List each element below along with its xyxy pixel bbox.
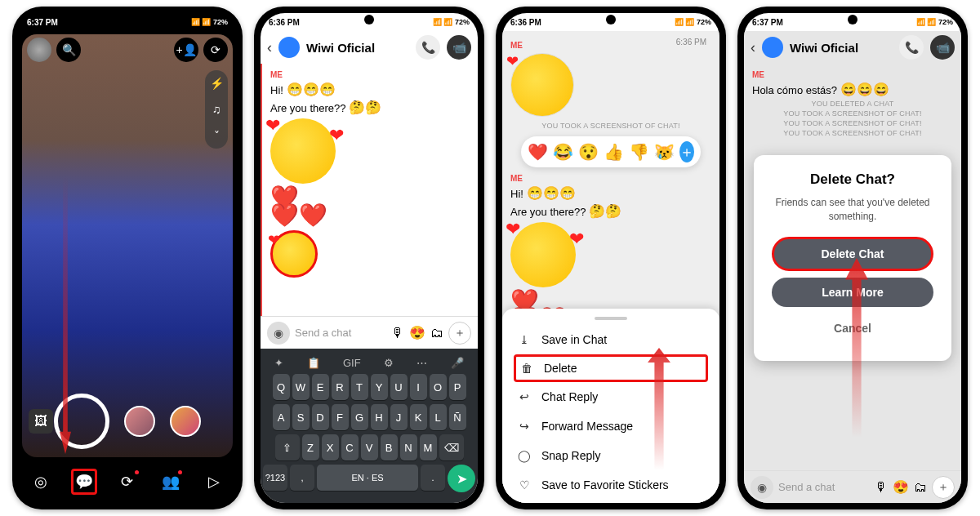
plus-icon[interactable]: ＋	[448, 322, 471, 345]
flash-icon[interactable]: ⚡	[205, 70, 228, 96]
message-1[interactable]: Hi! 😁😁😁	[510, 185, 711, 201]
nav-friends-icon[interactable]: 👥	[158, 469, 184, 495]
key-comma[interactable]: ,	[290, 465, 314, 491]
key-symbols[interactable]: ?123	[263, 465, 287, 491]
message-2[interactable]: Are you there?? 🤔🤔	[270, 100, 470, 115]
sticker-hearts[interactable]: ❤️❤️❤️	[270, 189, 470, 225]
key[interactable]: J	[390, 404, 408, 430]
menu-favorite[interactable]: ♡Save to Favorite Stickers	[514, 470, 708, 500]
key[interactable]: H	[371, 404, 388, 430]
notch	[606, 15, 616, 24]
key[interactable]: T	[351, 374, 368, 400]
lens-1[interactable]	[124, 406, 155, 437]
sticker-heart-eyes[interactable]	[270, 118, 336, 184]
selected-sticker[interactable]: ❤	[510, 53, 574, 117]
notch	[122, 15, 132, 24]
key-period[interactable]: .	[421, 465, 445, 491]
key[interactable]: W	[292, 374, 310, 400]
contact-name[interactable]: Wiwi Oficial	[306, 41, 409, 55]
notch	[848, 15, 858, 24]
key[interactable]: B	[381, 434, 398, 460]
reaction[interactable]: 😯	[578, 142, 599, 162]
nav-spotlight-icon[interactable]: ▷	[201, 469, 227, 495]
kb-tool[interactable]: 🎤	[451, 357, 464, 369]
reaction[interactable]: 😂	[553, 142, 573, 162]
key[interactable]: Q	[273, 374, 290, 400]
kb-tool[interactable]: GIF	[343, 357, 361, 369]
menu-snap-reply[interactable]: ◯Snap Reply	[514, 441, 708, 470]
key[interactable]: U	[390, 374, 408, 400]
emoji-icon[interactable]: 😍	[409, 325, 425, 340]
back-icon[interactable]: ‹	[267, 39, 272, 56]
call-icon[interactable]: 📞	[416, 35, 440, 60]
camera-icon[interactable]: ◉	[267, 322, 290, 345]
memories-button[interactable]: 🖼	[29, 409, 53, 434]
key[interactable]: C	[341, 434, 359, 460]
kb-tool[interactable]: ⚙	[384, 357, 394, 369]
reaction[interactable]: 👎	[629, 142, 649, 162]
search-button[interactable]: 🔍	[56, 38, 81, 62]
drag-handle[interactable]	[595, 317, 627, 320]
sender-label: ME	[510, 41, 574, 50]
kb-tool[interactable]: ⋯	[416, 357, 427, 369]
lens-2[interactable]	[170, 406, 201, 437]
profile-button[interactable]	[27, 38, 51, 62]
key[interactable]: R	[332, 374, 349, 400]
key[interactable]: E	[312, 374, 329, 400]
voice-icon[interactable]: 🎙	[391, 326, 404, 340]
avatar[interactable]	[278, 37, 300, 58]
key[interactable]: O	[430, 374, 447, 400]
status-icons: 📶 📶 72%	[191, 18, 228, 26]
key[interactable]: D	[312, 404, 329, 430]
key[interactable]: P	[449, 374, 466, 400]
add-friend-button[interactable]: +👤	[174, 38, 198, 62]
key-send[interactable]: ➤	[448, 465, 475, 492]
menu-forward[interactable]: ↪Forward Message	[514, 411, 708, 441]
key-backspace[interactable]: ⌫	[439, 434, 464, 460]
key[interactable]: V	[361, 434, 378, 460]
nav-chat-icon[interactable]: 💬	[71, 469, 97, 495]
key[interactable]: F	[332, 404, 349, 430]
message-1[interactable]: Hi! 😁😁😁	[270, 82, 470, 97]
key[interactable]: A	[273, 404, 290, 430]
menu-save[interactable]: ⤓Save in Chat	[514, 325, 708, 354]
nav-stories-icon[interactable]: ⟳	[114, 469, 140, 495]
video-icon[interactable]: 📹	[447, 35, 471, 60]
key-space[interactable]: EN · ES	[317, 465, 418, 491]
reaction[interactable]: ❤️	[528, 142, 548, 162]
keyboard-row-1: QWERTYUIOP	[263, 374, 475, 400]
menu-reply[interactable]: ↩Chat Reply	[514, 382, 708, 411]
key[interactable]: K	[410, 404, 427, 430]
sticker-icon[interactable]: 🗂	[430, 326, 443, 340]
key-shift[interactable]: ⇧	[275, 434, 300, 460]
camera-tools: ⚡ ♫ ˅	[205, 70, 228, 149]
screen-camera: 6:37 PM 📶 📶 72% 🔍 +👤 ⟳ ⚡ ♫ ˅ 🖼	[19, 13, 236, 503]
chat-input[interactable]: Send a chat	[295, 327, 386, 339]
key[interactable]: Z	[302, 434, 319, 460]
key[interactable]: X	[322, 434, 339, 460]
key[interactable]: L	[430, 404, 447, 430]
key[interactable]: Y	[371, 374, 388, 400]
key[interactable]: M	[420, 434, 437, 460]
phone-delete-dialog: 6:37 PM 📶 📶 72% ‹ Wiwi Oficial 📞 📹 ME Ho…	[737, 7, 968, 509]
kb-tool[interactable]: 📋	[307, 357, 320, 369]
key[interactable]: G	[351, 404, 368, 430]
reaction[interactable]: 👍	[604, 142, 624, 162]
message-2[interactable]: Are you there?? 🤔🤔	[510, 203, 711, 219]
reaction-add[interactable]: ＋	[679, 141, 694, 162]
key[interactable]: Ñ	[449, 404, 466, 430]
reaction[interactable]: 😿	[654, 142, 675, 162]
more-tools-icon[interactable]: ˅	[205, 122, 228, 149]
key[interactable]: N	[400, 434, 417, 460]
key[interactable]: S	[292, 404, 310, 430]
kb-tool[interactable]: ✦	[274, 357, 283, 369]
chat-body[interactable]: ME Hi! 😁😁😁 Are you there?? 🤔🤔 ❤️❤️❤️ ❤	[261, 64, 478, 316]
nav-map-icon[interactable]: ◎	[28, 469, 54, 495]
keyboard-row-3: ⇧ZXCVBNM⌫	[263, 434, 475, 460]
music-icon[interactable]: ♫	[205, 96, 228, 122]
sticker-kiss[interactable]: ❤	[270, 230, 318, 278]
menu-delete[interactable]: 🗑Delete	[514, 354, 708, 382]
flip-camera-button[interactable]: ⟳	[203, 38, 228, 62]
sticker-heart-eyes[interactable]	[510, 222, 576, 287]
key[interactable]: I	[410, 374, 427, 400]
